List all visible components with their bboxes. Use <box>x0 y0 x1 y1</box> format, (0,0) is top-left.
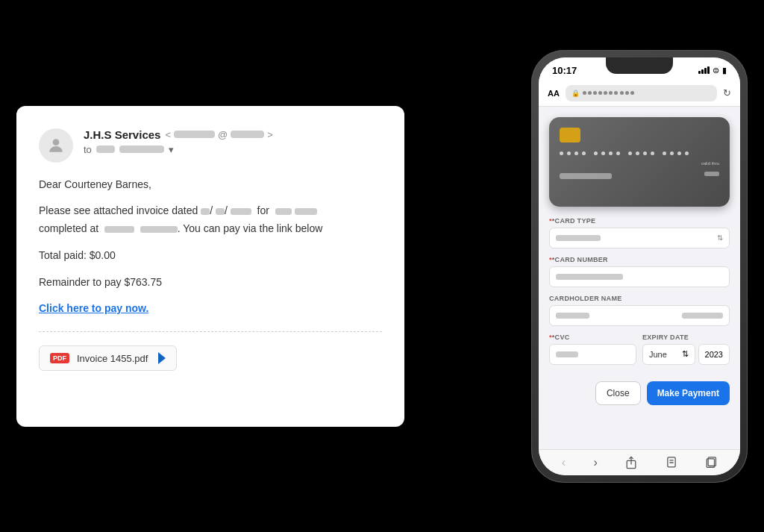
to-blur-1 <box>96 145 115 153</box>
phone-outer: 10:17 ⊜ ▮ AA <box>531 50 748 483</box>
sender-email-suffix: > <box>267 129 273 140</box>
close-button[interactable]: Close <box>595 381 641 405</box>
card-type-input[interactable]: ⇅ <box>549 228 730 248</box>
body-text-1: Please see attached invoice dated <box>39 204 198 216</box>
status-icons: ⊜ ▮ <box>698 66 727 75</box>
body-blur-amt1 <box>275 208 292 215</box>
card-name-blur <box>560 173 612 179</box>
make-payment-button[interactable]: Make Payment <box>647 381 730 405</box>
battery-icon: ▮ <box>722 66 727 75</box>
phone-wrapper: 10:17 ⊜ ▮ AA <box>531 50 748 483</box>
status-time: 10:17 <box>552 65 577 76</box>
payment-buttons: Close Make Payment <box>549 381 730 405</box>
url-dot-group-1 <box>583 91 618 95</box>
pay-link[interactable]: Click here to pay now. <box>39 302 148 314</box>
email-blur-2 <box>231 131 264 138</box>
separator <box>39 331 382 332</box>
card-number-input[interactable] <box>549 266 730 287</box>
attachment[interactable]: PDF Invoice 1455.pdf <box>39 345 177 371</box>
cardholder-input[interactable] <box>549 305 730 326</box>
card-number-blur <box>556 274 623 280</box>
cvc-field: **CVC <box>549 334 636 365</box>
email-blur-1 <box>174 131 215 138</box>
attachment-icon <box>158 352 166 364</box>
payment-content: valid thru **CARD TYPE ⇅ <box>539 107 740 449</box>
credit-card-visual: valid thru <box>549 117 730 207</box>
email-header: J.H.S Services < @ > to ▾ <box>39 128 382 163</box>
forward-button[interactable]: › <box>594 456 598 469</box>
card-type-arrows: ⇅ <box>717 234 723 242</box>
to-line: to ▾ <box>84 144 382 155</box>
expiry-year-input[interactable]: 2023 <box>698 344 730 365</box>
cardholder-blur-1 <box>556 313 589 319</box>
sender-line: J.H.S Services < @ > <box>84 128 382 141</box>
card-type-label: **CARD TYPE <box>549 217 730 225</box>
cardholder-label: CARDHOLDER NAME <box>549 295 730 302</box>
cvc-blur <box>556 351 578 357</box>
email-greeting: Dear Courteney Barnes, <box>39 176 382 194</box>
to-blur-2 <box>119 145 164 153</box>
body-text-3: You can pay via the link belo <box>183 222 315 234</box>
dropdown-arrow: ▾ <box>169 144 174 155</box>
sender-email: < @ > <box>165 129 272 140</box>
card-number-label: **CARD NUMBER <box>549 256 730 263</box>
email-card: J.H.S Services < @ > to ▾ <box>16 106 404 427</box>
body-blur-loc1 <box>104 226 134 233</box>
sender-email-prefix: < <box>165 129 171 140</box>
refresh-icon[interactable]: ↻ <box>723 87 731 98</box>
expiry-label: EXPIRY DATE <box>642 334 730 341</box>
cardholder-field: CARDHOLDER NAME <box>549 295 730 326</box>
expiry-month-select[interactable]: June ⇅ <box>642 344 695 365</box>
tabs-button[interactable] <box>705 456 717 469</box>
browser-aa[interactable]: AA <box>548 89 560 98</box>
email-sender-info: J.H.S Services < @ > to ▾ <box>84 128 382 155</box>
person-icon <box>46 136 66 155</box>
browser-bar: AA 🔒 <box>539 81 740 107</box>
wifi-icon: ⊜ <box>713 66 719 75</box>
body-text-2: completed at <box>39 222 98 234</box>
cvc-label: **CVC <box>549 334 636 341</box>
total-paid: Total paid: $0.00 <box>39 247 382 265</box>
card-type-field: **CARD TYPE ⇅ <box>549 217 730 248</box>
pdf-badge: PDF <box>50 353 69 363</box>
card-valid-section: valid thru <box>701 161 719 179</box>
email-body-text: Please see attached invoice dated / / fo… <box>39 202 382 238</box>
avatar <box>39 128 73 163</box>
remainder: Remainder to pay $763.75 <box>39 274 382 292</box>
card-number-dots <box>560 151 719 155</box>
card-chip <box>560 128 580 143</box>
phone-notch <box>606 57 673 74</box>
cvc-input[interactable] <box>549 344 636 365</box>
svg-point-0 <box>53 139 60 145</box>
expiry-month-value: June <box>649 350 667 359</box>
expiry-year-value: 2023 <box>705 350 723 359</box>
body-blur-loc2 <box>140 226 178 233</box>
valid-thru-label: valid thru <box>701 161 719 166</box>
attachment-name: Invoice 1455.pdf <box>77 353 148 364</box>
card-bottom: valid thru <box>560 161 719 179</box>
cvc-expiry-row: **CVC EXPIRY DATE June ⇅ <box>549 334 730 372</box>
back-button[interactable]: ‹ <box>562 456 566 469</box>
card-number-field: **CARD NUMBER <box>549 256 730 287</box>
to-label: to <box>84 144 92 155</box>
phone-screen: 10:17 ⊜ ▮ AA <box>539 57 740 475</box>
body-blur-date3 <box>231 208 251 215</box>
email-body: Dear Courteney Barnes, Please see attach… <box>39 176 382 319</box>
card-type-blur <box>556 235 601 241</box>
card-valid-blur <box>704 172 719 176</box>
signal-icon <box>698 66 710 74</box>
safari-bottom-bar: ‹ › <box>539 449 740 475</box>
sender-name: J.H.S Services <box>84 128 160 141</box>
cardholder-blur-2 <box>682 313 723 319</box>
share-button[interactable] <box>625 456 637 469</box>
expiry-month-arrow: ⇅ <box>682 349 689 359</box>
lock-icon: 🔒 <box>572 90 580 97</box>
body-blur-date2 <box>216 208 225 215</box>
bookmarks-button[interactable] <box>666 456 677 469</box>
browser-url[interactable]: 🔒 <box>566 85 717 101</box>
at-sign: @ <box>218 129 228 140</box>
body-blur-date1 <box>201 208 210 215</box>
url-dot-group-2 <box>620 91 634 95</box>
url-blur <box>583 91 634 95</box>
expiry-field: EXPIRY DATE June ⇅ 2023 <box>642 334 730 365</box>
